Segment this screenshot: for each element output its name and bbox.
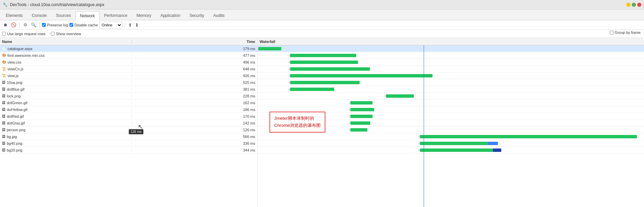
waterfall-bar-darkblue (493, 148, 501, 152)
row-name-cell: 🖼lock.png (0, 94, 132, 98)
row-name-cell: 🖼dotRed.gif (0, 114, 132, 118)
disable-cache-label[interactable]: Disable cache (69, 23, 98, 27)
preserve-log-label[interactable]: Preserve log (42, 23, 68, 27)
tab-network[interactable]: Network (76, 11, 99, 20)
row-name-cell: 🎨view.css (0, 60, 132, 64)
filter-button[interactable]: ⚙ (22, 22, 29, 28)
table-row[interactable]: 🖼lock.png228 ms (0, 93, 257, 99)
search-button[interactable]: 🔍 (30, 22, 37, 28)
table-row[interactable]: 🖼dotRed.gif170 ms (0, 113, 257, 120)
waterfall-row[interactable] (258, 140, 644, 147)
waterfall-header-label: Waterfall (260, 40, 275, 44)
row-name-cell: 🖼person.png (0, 128, 132, 132)
group-by-frame-label[interactable]: Group by frame (610, 30, 641, 34)
waterfall-bar-blue (488, 142, 498, 145)
devtools-tab-bar: Elements Console Sources Network Perform… (0, 9, 644, 20)
waterfall-row[interactable] (258, 59, 644, 66)
row-name-cell: 🖼dotYellow.gif (0, 108, 132, 112)
tab-memory[interactable]: Memory (132, 11, 156, 20)
table-row[interactable]: 🖼dotBlue.gif381 ms (0, 86, 257, 93)
table-header-row: Name Time (0, 38, 257, 45)
toolbar-divider-1 (19, 22, 20, 28)
options-row: Use large request rows Show overview Gro… (0, 30, 644, 38)
waterfall-row[interactable] (258, 45, 644, 52)
show-overview-label[interactable]: Show overview (51, 32, 81, 36)
waterfall-bar (420, 135, 637, 138)
file-type-icon: 🖼 (2, 108, 5, 111)
row-time-cell: 186 ms (132, 108, 257, 112)
waterfall-row[interactable] (258, 133, 644, 140)
table-body: 📄catalogue.aspx179 ms🎨font-awesome.min.c… (0, 45, 257, 207)
table-row[interactable]: 🖼bg40.png336 ms (0, 140, 257, 147)
table-row[interactable]: 🖼bg.jpg566 ms (0, 133, 257, 140)
row-name-cell: 🖼dotGray.gif (0, 121, 132, 125)
table-row[interactable]: 🖼dotGray.gif142 ms (0, 120, 257, 127)
table-row[interactable]: 📜viewCn.js648 ms (0, 66, 257, 72)
table-row[interactable]: 🖼dotGreen.gif162 ms (0, 99, 257, 106)
group-by-frame-checkbox[interactable] (610, 31, 613, 34)
show-overview-checkbox[interactable] (51, 32, 55, 36)
row-name-cell: 📜viewCn.js (0, 67, 132, 71)
tab-sources[interactable]: Sources (52, 11, 75, 20)
export-button[interactable]: ⬇ (134, 22, 140, 28)
record-button[interactable]: ⏺ (2, 22, 9, 28)
table-row[interactable]: 📄catalogue.aspx179 ms (0, 45, 257, 52)
import-button[interactable]: ⬆ (127, 22, 133, 28)
clear-button[interactable]: 🚫 (10, 22, 17, 28)
file-type-icon: 🖼 (2, 94, 5, 98)
file-type-icon: 🖼 (2, 121, 5, 125)
disable-cache-checkbox[interactable] (69, 23, 73, 27)
waterfall-row[interactable] (258, 66, 644, 72)
row-name-cell: 🖼dotBlue.gif (0, 87, 132, 91)
right-options: Group by frame (610, 30, 641, 34)
waterfall-row[interactable] (258, 93, 644, 99)
row-time-cell: 179 ms (132, 47, 257, 51)
waterfall-row[interactable] (258, 72, 644, 79)
table-row[interactable]: 🖼bg20.png344 ms (0, 147, 257, 154)
maximize-button[interactable] (632, 3, 636, 7)
waterfall-bar (290, 61, 358, 64)
file-type-icon: 🖼 (2, 114, 5, 118)
waterfall-row[interactable] (258, 147, 644, 154)
waterfall-bar (350, 128, 367, 132)
tab-elements[interactable]: Elements (1, 11, 27, 20)
file-type-icon: 🎨 (2, 53, 6, 57)
large-rows-checkbox[interactable] (2, 32, 6, 36)
table-row[interactable]: 🎨font-awesome.min.css477 ms (0, 52, 257, 59)
tab-security[interactable]: Security (185, 11, 208, 20)
waterfall-bar (258, 47, 281, 50)
waterfall-row[interactable] (258, 99, 644, 106)
main-content: Name Time 📄catalogue.aspx179 ms🎨font-awe… (0, 38, 644, 207)
time-column-header: Time (132, 40, 257, 44)
tab-performance[interactable]: Performance (100, 11, 132, 20)
timeline-marker (424, 45, 424, 207)
bar-tooltip: 126 ms (129, 129, 143, 134)
table-row[interactable]: 🖼dotYellow.gif186 ms (0, 106, 257, 113)
table-row[interactable]: 🖼10oa.png525 ms (0, 79, 257, 86)
window-title: DevTools - cloud.10oa.com/trial/view/cat… (10, 2, 104, 7)
row-time-cell: 525 ms (132, 80, 257, 85)
tab-application[interactable]: Application (156, 11, 185, 20)
row-name-cell: 🖼bg20.png (0, 148, 132, 152)
name-column-header: Name (0, 40, 132, 44)
waterfall-bar (350, 121, 370, 125)
tab-audits[interactable]: Audits (209, 11, 229, 20)
waterfall-row[interactable] (258, 86, 644, 93)
network-toolbar: ⏺ 🚫 ⚙ 🔍 Preserve log Disable cache Onlin… (0, 20, 644, 30)
waterfall-bar (290, 81, 360, 84)
close-button[interactable] (637, 3, 641, 7)
tab-console[interactable]: Console (27, 11, 51, 20)
tooltip-line2: Chrome浏览器的瀑布图 (274, 122, 321, 129)
table-row[interactable]: 📜view.js926 ms (0, 72, 257, 79)
waterfall-row[interactable] (258, 52, 644, 59)
row-name-cell: 📄catalogue.aspx (0, 47, 132, 51)
row-time-cell: 566 ms (132, 135, 257, 139)
minimize-button[interactable] (626, 3, 630, 7)
throttle-select[interactable]: Online Fast 3G Slow 3G Offline (99, 22, 122, 28)
table-row[interactable]: 🎨view.css496 ms (0, 59, 257, 66)
disable-cache-text: Disable cache (75, 23, 98, 27)
preserve-log-checkbox[interactable] (42, 23, 46, 27)
large-rows-label[interactable]: Use large request rows (2, 32, 45, 36)
window-controls (626, 3, 641, 7)
waterfall-row[interactable] (258, 79, 644, 86)
